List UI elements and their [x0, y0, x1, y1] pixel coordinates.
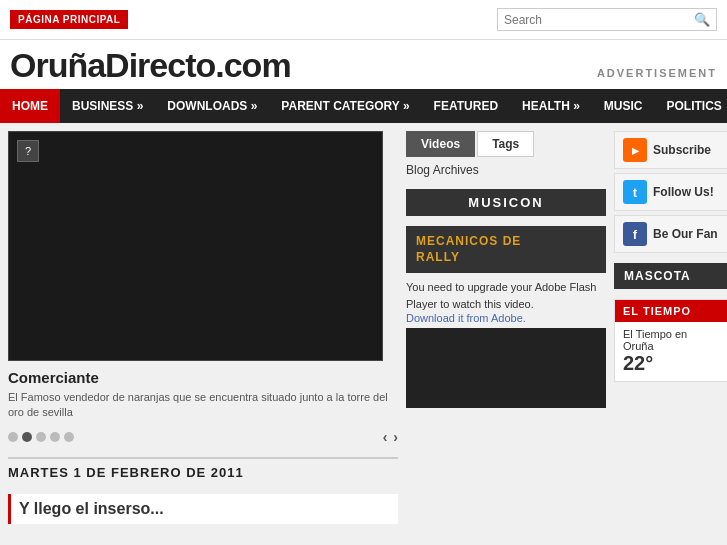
- musicon-bar: MUSICON: [406, 189, 606, 216]
- slideshow-image: ?: [9, 132, 382, 360]
- top-bar: PÁGINA PRINCIPAL 🔍: [0, 0, 727, 40]
- dot-2[interactable]: [22, 432, 32, 442]
- tab-tags[interactable]: Tags: [477, 131, 534, 157]
- nav-item-politics[interactable]: POLITICS: [655, 89, 727, 123]
- right-column: ▸ Subscribe t Follow Us! f Be Our Fan MA…: [614, 131, 727, 524]
- be-our-fan-button[interactable]: f Be Our Fan: [614, 215, 727, 253]
- nav-item-health[interactable]: HEALTH »: [510, 89, 592, 123]
- main-content: ? Comerciante El Famoso vendedor de nara…: [0, 123, 727, 524]
- subscribe-label: Subscribe: [653, 143, 711, 157]
- slideshow-dots: [8, 432, 74, 442]
- video-placeholder: [406, 328, 606, 408]
- center-column: Videos Tags Blog Archives MUSICON MECANI…: [406, 131, 606, 524]
- mecanicos-block: MECANICOS DE RALLY You need to upgrade y…: [406, 226, 606, 408]
- nav-item-music[interactable]: MUSIC: [592, 89, 655, 123]
- mascota-title: MASCOTA: [624, 269, 719, 283]
- fan-label: Be Our Fan: [653, 227, 718, 241]
- dot-4[interactable]: [50, 432, 60, 442]
- flash-notice: You need to upgrade your Adobe Flash Pla…: [406, 279, 606, 312]
- follow-label: Follow Us!: [653, 185, 714, 199]
- mascota-header: MASCOTA: [614, 263, 727, 289]
- search-box: 🔍: [497, 8, 717, 31]
- next-arrow-button[interactable]: ›: [393, 429, 398, 445]
- facebook-icon: f: [623, 222, 647, 246]
- nav-item-home[interactable]: HOME: [0, 89, 60, 123]
- search-icon-button[interactable]: 🔍: [694, 12, 710, 27]
- pagina-principal-button[interactable]: PÁGINA PRINCIPAL: [10, 10, 128, 29]
- el-tiempo-header: EL TIEMPO: [615, 300, 727, 322]
- nav-item-featured[interactable]: FEATURED: [422, 89, 510, 123]
- slideshow-help-icon: ?: [17, 140, 39, 162]
- tab-videos[interactable]: Videos: [406, 131, 475, 157]
- slideshow-arrows: ‹ ›: [383, 429, 398, 445]
- mecanicos-title-line1: MECANICOS DE: [416, 234, 521, 248]
- logo-area: OruñaDirecto.com ADVERTISEMENT: [0, 40, 727, 89]
- dot-3[interactable]: [36, 432, 46, 442]
- nav-item-downloads[interactable]: DOWNLOADS »: [155, 89, 269, 123]
- main-nav: HOME BUSINESS » DOWNLOADS » PARENT CATEG…: [0, 89, 727, 123]
- rss-icon: ▸: [623, 138, 647, 162]
- slideshow-description: El Famoso vendedor de naranjas que se en…: [8, 390, 398, 421]
- mascota-label: MASCOTA: [624, 269, 691, 283]
- dot-5[interactable]: [64, 432, 74, 442]
- el-tiempo-temp: 22°: [623, 352, 720, 375]
- slideshow-title: Comerciante: [8, 369, 398, 386]
- nav-item-business[interactable]: BUSINESS »: [60, 89, 155, 123]
- el-tiempo-block: EL TIEMPO El Tiempo en Oruña 22°: [614, 299, 727, 382]
- nav-item-parent-category[interactable]: PARENT CATEGORY »: [269, 89, 421, 123]
- slideshow-caption: Comerciante El Famoso vendedor de naranj…: [8, 361, 398, 421]
- follow-us-button[interactable]: t Follow Us!: [614, 173, 727, 211]
- twitter-icon: t: [623, 180, 647, 204]
- mecanicos-header: MECANICOS DE RALLY: [406, 226, 606, 273]
- el-tiempo-body: El Tiempo en Oruña 22°: [615, 322, 727, 381]
- flash-download-link[interactable]: Download it from Adobe.: [406, 312, 606, 324]
- headline-link[interactable]: Y llego el inserso...: [8, 494, 398, 524]
- slideshow-navigation: ‹ ›: [8, 429, 398, 445]
- prev-arrow-button[interactable]: ‹: [383, 429, 388, 445]
- subscribe-button[interactable]: ▸ Subscribe: [614, 131, 727, 169]
- site-logo: OruñaDirecto.com: [10, 46, 291, 85]
- date-bar: MARTES 1 DE FEBRERO DE 2011: [8, 457, 398, 486]
- advertisement-label: ADVERTISEMENT: [597, 67, 717, 85]
- slideshow: ?: [8, 131, 383, 361]
- search-input[interactable]: [504, 13, 694, 27]
- tabs-row: Videos Tags: [406, 131, 606, 157]
- mecanicos-title: MECANICOS DE RALLY: [416, 234, 596, 265]
- left-column: ? Comerciante El Famoso vendedor de nara…: [8, 131, 398, 524]
- tab-blog-archives[interactable]: Blog Archives: [406, 159, 606, 181]
- dot-1[interactable]: [8, 432, 18, 442]
- el-tiempo-location: El Tiempo en Oruña: [623, 328, 720, 352]
- mecanicos-title-line2: RALLY: [416, 250, 460, 264]
- el-tiempo-title: EL TIEMPO: [623, 305, 720, 317]
